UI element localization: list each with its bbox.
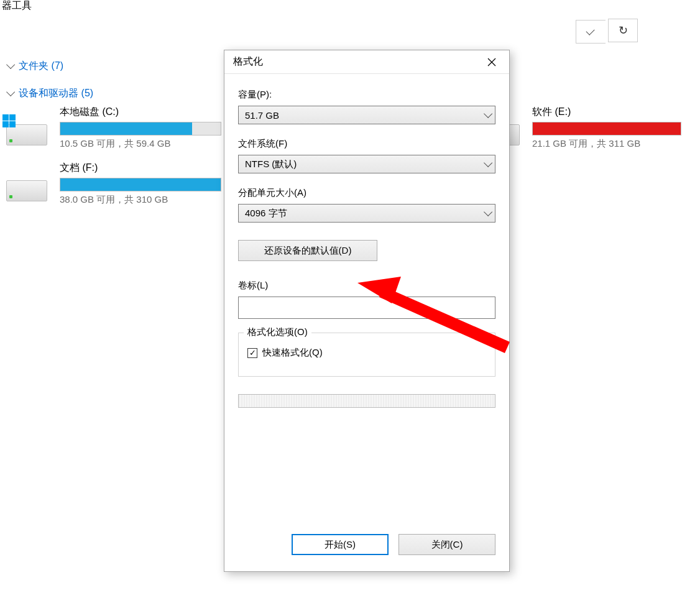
capacity-combo[interactable]: 51.7 GB bbox=[238, 106, 495, 124]
hdd-icon bbox=[6, 168, 50, 201]
format-options-title: 格式化选项(O) bbox=[244, 326, 311, 338]
filesystem-combo[interactable]: NTFS (默认) bbox=[238, 155, 495, 173]
section-devices-label: 设备和驱动器 (5) bbox=[19, 88, 93, 98]
format-dialog: 格式化 容量(P): 51.7 GB 文件系统(F) NTFS (默认) 分配单… bbox=[224, 50, 510, 572]
close-icon bbox=[487, 58, 496, 67]
windows-badge-icon bbox=[2, 114, 17, 129]
start-button[interactable]: 开始(S) bbox=[292, 534, 389, 555]
quick-format-label: 快速格式化(Q) bbox=[262, 347, 323, 359]
dialog-titlebar[interactable]: 格式化 bbox=[224, 50, 509, 74]
volume-label: 卷标(L) bbox=[238, 280, 495, 292]
alloc-value: 4096 字节 bbox=[245, 208, 287, 219]
restore-defaults-button[interactable]: 还原设备的默认值(D) bbox=[238, 240, 377, 261]
drive-label: 软件 (E:) bbox=[532, 106, 571, 119]
dialog-title: 格式化 bbox=[233, 55, 263, 68]
capacity-value: 51.7 GB bbox=[245, 110, 279, 121]
drive-usage-bar bbox=[60, 122, 221, 136]
section-folders-label: 文件夹 (7) bbox=[19, 60, 63, 71]
drive-status: 21.1 GB 可用，共 311 GB bbox=[532, 138, 640, 150]
section-devices[interactable]: 设备和驱动器 (5) bbox=[6, 87, 93, 100]
dialog-body: 容量(P): 51.7 GB 文件系统(F) NTFS (默认) 分配单元大小(… bbox=[224, 74, 509, 408]
chevron-down-icon bbox=[6, 88, 15, 96]
drive-status: 38.0 GB 可用，共 310 GB bbox=[60, 194, 168, 206]
filesystem-value: NTFS (默认) bbox=[245, 159, 297, 170]
alloc-combo[interactable]: 4096 字节 bbox=[238, 204, 495, 223]
ribbon-fragment: 器工具 bbox=[0, 0, 700, 14]
chevron-right-icon bbox=[6, 60, 15, 69]
refresh-button[interactable]: ↻ bbox=[608, 19, 638, 42]
drive-usage-bar bbox=[532, 122, 681, 136]
drive-label: 本地磁盘 (C:) bbox=[60, 106, 119, 119]
close-dialog-button[interactable]: 关闭(C) bbox=[398, 534, 495, 555]
drive-status: 10.5 GB 可用，共 59.4 GB bbox=[60, 138, 170, 150]
drive-usage-bar bbox=[60, 178, 221, 191]
format-options-group: 格式化选项(O) 快速格式化(Q) bbox=[238, 333, 495, 377]
volume-input[interactable] bbox=[238, 297, 495, 319]
filesystem-label: 文件系统(F) bbox=[238, 138, 495, 150]
chevron-down-icon bbox=[484, 109, 492, 118]
address-bar-right-controls: ↻ bbox=[576, 19, 700, 42]
chevron-down-icon bbox=[484, 159, 492, 167]
capacity-label: 容量(P): bbox=[238, 89, 495, 101]
section-folders[interactable]: 文件夹 (7) bbox=[6, 60, 63, 73]
drive-label: 文档 (F:) bbox=[60, 162, 98, 175]
chevron-down-icon bbox=[484, 208, 492, 216]
refresh-icon: ↻ bbox=[619, 24, 628, 37]
chevron-down-icon bbox=[586, 27, 594, 35]
hdd-icon bbox=[6, 112, 50, 145]
alloc-label: 分配单元大小(A) bbox=[238, 187, 495, 199]
close-button[interactable] bbox=[482, 53, 502, 71]
checkbox-icon bbox=[247, 348, 257, 358]
ribbon-tab-label: 器工具 bbox=[2, 0, 32, 12]
dialog-buttons: 开始(S) 关闭(C) bbox=[292, 534, 495, 555]
history-dropdown-button[interactable] bbox=[576, 20, 606, 44]
quick-format-checkbox[interactable]: 快速格式化(Q) bbox=[247, 347, 486, 359]
format-progress-bar bbox=[238, 394, 495, 408]
